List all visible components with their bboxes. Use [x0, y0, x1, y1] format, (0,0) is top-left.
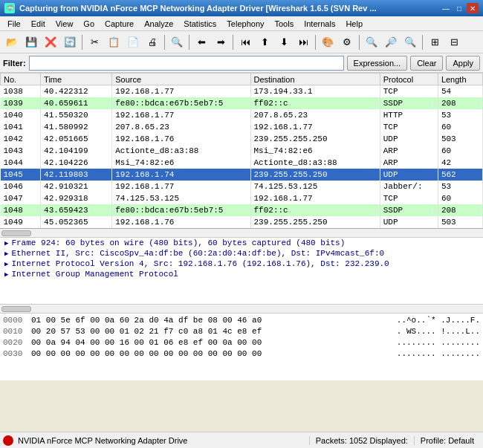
col-dst[interactable]: Destination	[250, 74, 380, 85]
cell-0: 1047	[1, 192, 41, 204]
detail-panel[interactable]: ▶Frame 924: 60 bytes on wire (480 bits),…	[0, 238, 483, 305]
menu-internals[interactable]: Internals	[299, 19, 340, 29]
cell-0: 1044	[1, 157, 41, 169]
cell-0: 1038	[1, 85, 41, 97]
minimize-button[interactable]: —	[440, 3, 452, 13]
hex-offset: 0010	[3, 326, 25, 337]
toolbar-prefs[interactable]: ⚙	[338, 33, 356, 51]
menu-edit[interactable]: Edit	[27, 19, 50, 29]
cell-4: SSDP	[380, 204, 438, 216]
col-len[interactable]: Length	[438, 74, 482, 85]
toolbar-sep-4	[233, 35, 233, 50]
detail-item[interactable]: ▶Ethernet II, Src: CiscoSpv_4a:df:be (60…	[0, 248, 483, 259]
expand-icon: ▶	[4, 239, 8, 247]
expand-icon: ▶	[4, 250, 8, 258]
packet-list[interactable]: No. Time Source Destination Protocol Len…	[0, 73, 483, 229]
table-row[interactable]: 103840.422312192.168.1.77173.194.33.1TCP…	[1, 85, 483, 97]
menu-statistics[interactable]: Statistics	[179, 19, 221, 29]
filter-input[interactable]	[29, 56, 344, 71]
menu-analyze[interactable]: Analyze	[140, 19, 178, 29]
toolbar-zoom-norm[interactable]: 🔍	[401, 33, 419, 51]
menu-capture[interactable]: Capture	[100, 19, 138, 29]
toolbar-copy[interactable]: 📋	[105, 33, 123, 51]
cell-5: 60	[438, 192, 482, 204]
toolbar-forward[interactable]: ➡	[212, 33, 230, 51]
table-row[interactable]: 104141.580992207.8.65.23192.168.1.77TCP6…	[1, 121, 483, 133]
packet-table: No. Time Source Destination Protocol Len…	[0, 73, 483, 229]
col-no[interactable]: No.	[1, 74, 41, 85]
detail-item[interactable]: ▶Internet Protocol Version 4, Src: 192.1…	[0, 259, 483, 269]
toolbar-layout1[interactable]: ⊞	[426, 33, 444, 51]
cell-1: 42.051665	[41, 133, 112, 145]
cell-1: 41.550320	[41, 109, 112, 121]
table-row[interactable]: 104542.119803192.168.1.74239.255.255.250…	[1, 169, 483, 181]
h-scrollbar-packet[interactable]	[0, 229, 483, 238]
toolbar-layout2[interactable]: ⊟	[445, 33, 463, 51]
cell-0: 1048	[1, 204, 41, 216]
hex-offset: 0020	[3, 337, 25, 348]
table-row[interactable]: 104041.550320192.168.1.77207.8.65.23HTTP…	[1, 109, 483, 121]
col-src[interactable]: Source	[112, 74, 250, 85]
cell-4: SSDP	[380, 97, 438, 109]
toolbar-paste[interactable]: 📄	[124, 33, 142, 51]
hex-ascii: . WS.... !....L..	[397, 326, 480, 337]
toolbar-cut[interactable]: ✂	[85, 33, 103, 51]
expression-button[interactable]: Expression...	[347, 56, 408, 71]
col-proto[interactable]: Protocol	[380, 74, 438, 85]
toolbar-close[interactable]: ❌	[42, 33, 59, 51]
menu-file[interactable]: File	[3, 19, 25, 29]
cell-2: fe80::bdca:e67b:5eb7:5	[112, 97, 250, 109]
cell-1: 42.910321	[41, 181, 112, 192]
cell-0: 1040	[1, 109, 41, 121]
table-row[interactable]: 104642.910321192.168.1.7774.125.53.125Ja…	[1, 181, 483, 192]
maximize-button[interactable]: □	[453, 3, 465, 13]
toolbar-prev[interactable]: ⬆	[256, 33, 273, 51]
expand-icon: ▶	[4, 270, 8, 279]
menu-telephony[interactable]: Telephony	[222, 19, 268, 29]
cell-0: 1049	[1, 216, 41, 228]
cell-2: 192.168.1.77	[112, 109, 250, 121]
apply-button[interactable]: Apply	[446, 56, 480, 71]
cell-2: 74.125.53.125	[112, 192, 250, 204]
toolbar-find[interactable]: 🔍	[168, 33, 186, 51]
toolbar-reload[interactable]: 🔄	[61, 33, 79, 51]
h-scrollbar-detail[interactable]	[0, 305, 483, 314]
table-row[interactable]: 104442.104226Msi_74:82:e6Actionte_d8:a3:…	[1, 157, 483, 169]
toolbar-zoom-in[interactable]: 🔍	[363, 33, 380, 51]
cell-1: 40.659611	[41, 97, 112, 109]
cell-5: 208	[438, 204, 482, 216]
cell-2: 192.168.1.76	[112, 133, 250, 145]
toolbar-open[interactable]: 📂	[3, 33, 21, 51]
close-button[interactable]: ✕	[467, 3, 479, 13]
table-row[interactable]: 104342.104199Actionte_d8:a3:88Msi_74:82:…	[1, 145, 483, 157]
table-row[interactable]: 103940.659611fe80::bdca:e67b:5eb7:5ff02:…	[1, 97, 483, 109]
table-row[interactable]: 104742.92931874.125.53.125192.168.1.77TC…	[1, 192, 483, 204]
toolbar-save[interactable]: 💾	[22, 33, 40, 51]
menu-view[interactable]: View	[51, 19, 78, 29]
toolbar-next[interactable]: ⬇	[275, 33, 293, 51]
toolbar-back[interactable]: ⬅	[192, 33, 210, 51]
cell-3: 239.255.255.250	[250, 169, 380, 181]
cell-3: Actionte_d8:a3:88	[250, 157, 380, 169]
hex-row: 0030 00 00 00 00 00 00 00 00 00 00 00 00…	[3, 348, 480, 360]
cell-3: 192.168.1.77	[250, 192, 380, 204]
toolbar-first[interactable]: ⏮	[236, 33, 254, 51]
table-row[interactable]: 104945.052365192.168.1.76239.255.255.250…	[1, 216, 483, 228]
clear-button[interactable]: Clear	[410, 56, 443, 71]
menu-tools[interactable]: Tools	[270, 19, 299, 29]
toolbar-color[interactable]: 🎨	[319, 33, 337, 51]
table-row[interactable]: 104843.659423fe80::bdca:e67b:5eb7:5ff02:…	[1, 204, 483, 216]
cell-5: 562	[438, 169, 482, 181]
detail-item[interactable]: ▶Internet Group Management Protocol	[0, 269, 483, 279]
toolbar-last[interactable]: ⏭	[294, 33, 312, 51]
cell-1: 42.929318	[41, 192, 112, 204]
toolbar-zoom-out[interactable]: 🔎	[382, 33, 400, 51]
expand-icon: ▶	[4, 260, 8, 268]
col-time[interactable]: Time	[41, 74, 112, 85]
detail-item[interactable]: ▶Frame 924: 60 bytes on wire (480 bits),…	[0, 238, 483, 248]
cell-1: 40.422312	[41, 85, 112, 97]
toolbar-print[interactable]: 🖨	[143, 33, 161, 51]
menu-help[interactable]: Help	[341, 19, 367, 29]
menu-go[interactable]: Go	[79, 19, 99, 29]
table-row[interactable]: 104242.051665192.168.1.76239.255.255.250…	[1, 133, 483, 145]
